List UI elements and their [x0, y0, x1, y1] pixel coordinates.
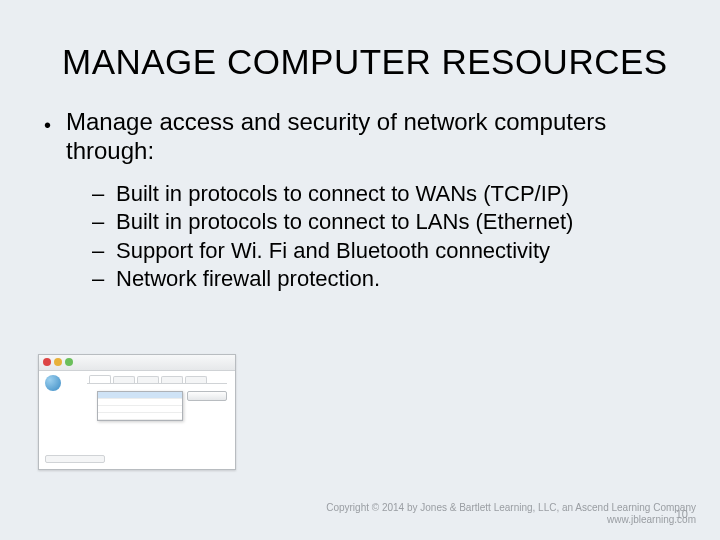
dropdown-menu — [97, 391, 183, 421]
tab — [137, 376, 159, 383]
sub-bullet-text: Support for Wi. Fi and Bluetooth connect… — [116, 237, 550, 265]
help-button — [45, 455, 105, 463]
dash-icon: – — [92, 237, 116, 265]
bullet-dot-icon — [44, 108, 66, 166]
sub-bullet-text: Built in protocols to connect to LANs (E… — [116, 208, 573, 236]
tab — [89, 375, 111, 383]
tab-row — [87, 375, 227, 384]
sub-bullet-item: – Built in protocols to connect to WANs … — [92, 180, 676, 208]
sub-bullet-list: – Built in protocols to connect to WANs … — [92, 180, 676, 293]
sub-bullet-text: Network firewall protection. — [116, 265, 380, 293]
window-titlebar — [39, 355, 235, 371]
window-body — [39, 371, 235, 469]
traffic-light-icon — [65, 358, 73, 366]
sub-bullet-item: – Network firewall protection. — [92, 265, 676, 293]
sub-bullet-item: – Support for Wi. Fi and Bluetooth conne… — [92, 237, 676, 265]
advanced-button — [187, 391, 227, 401]
sub-bullet-text: Built in protocols to connect to WANs (T… — [116, 180, 569, 208]
traffic-light-icon — [43, 358, 51, 366]
copyright-footer: Copyright © 2014 by Jones & Bartlett Lea… — [24, 502, 696, 526]
sub-bullet-item: – Built in protocols to connect to LANs … — [92, 208, 676, 236]
slide-title: MANAGE COMPUTER RESOURCES — [62, 42, 676, 82]
traffic-light-icon — [54, 358, 62, 366]
dash-icon: – — [92, 265, 116, 293]
main-bullet-text: Manage access and security of network co… — [66, 108, 676, 166]
tab — [161, 376, 183, 383]
tab — [113, 376, 135, 383]
tab — [185, 376, 207, 383]
network-settings-screenshot — [38, 354, 236, 470]
form-labels — [45, 397, 85, 427]
main-bullet: Manage access and security of network co… — [44, 108, 676, 166]
dash-icon: – — [92, 208, 116, 236]
dash-icon: – — [92, 180, 116, 208]
slide: MANAGE COMPUTER RESOURCES Manage access … — [0, 0, 720, 540]
copyright-line: Copyright © 2014 by Jones & Bartlett Lea… — [24, 502, 696, 514]
globe-icon — [45, 375, 61, 391]
footer-url: www.jblearning.com — [24, 514, 696, 526]
